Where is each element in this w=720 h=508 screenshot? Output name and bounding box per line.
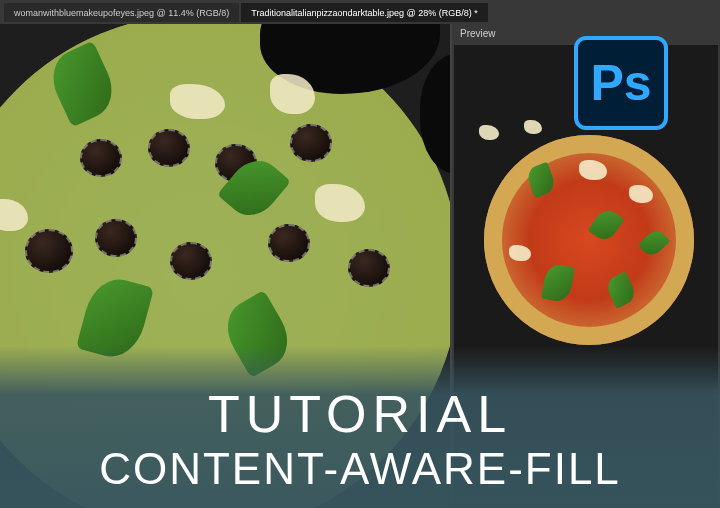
olive-selection	[348, 249, 390, 287]
olive-selection	[290, 124, 332, 162]
photoshop-logo-icon: Ps	[574, 36, 668, 130]
olive-selection	[80, 139, 122, 177]
preview-content-image	[464, 115, 714, 365]
document-tab-active[interactable]: Traditionalitalianpizzaondarktable.jpeg …	[241, 3, 487, 22]
olive-selection	[25, 229, 73, 273]
cheese-piece	[479, 125, 499, 140]
title-overlay: TUTORIAL CONTENT-AWARE-FILL	[0, 346, 720, 508]
olive-selection	[148, 129, 190, 167]
olive-selection	[95, 219, 137, 257]
document-tabs-bar: womanwithbluemakeupofeyes.jpeg @ 11.4% (…	[0, 0, 720, 24]
cheese-piece	[509, 245, 531, 261]
olive-selection	[170, 242, 212, 280]
tutorial-title: TUTORIAL	[208, 384, 512, 444]
document-tab[interactable]: womanwithbluemakeupofeyes.jpeg @ 11.4% (…	[4, 3, 239, 22]
cheese-piece	[629, 185, 653, 203]
tutorial-subtitle: CONTENT-AWARE-FILL	[99, 444, 621, 494]
olive-selection	[268, 224, 310, 262]
cheese-piece	[524, 120, 542, 134]
